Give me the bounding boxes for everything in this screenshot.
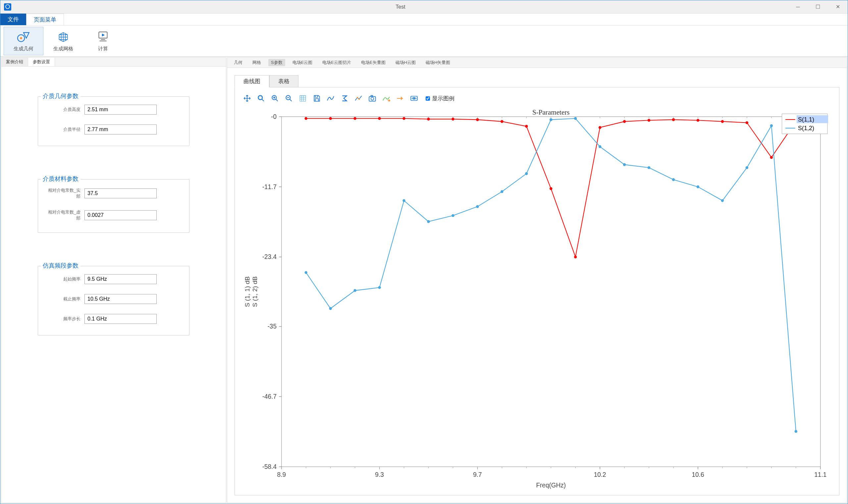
chart-tabs: 曲线图 表格 (234, 75, 840, 87)
tool-eye-icon[interactable] (408, 92, 420, 105)
svg-point-102 (696, 119, 699, 122)
ribbon-generate-mesh[interactable]: 生成网格 (43, 27, 83, 55)
plot[interactable]: S-Parameters8.99.39.710.210.611.1-0-11.7… (240, 106, 834, 492)
tool-export-icon[interactable] (380, 92, 392, 105)
ribbon-label: 计算 (98, 46, 108, 52)
svg-point-86 (305, 117, 307, 120)
content-area: 案例介绍 参数设置 介质几何参数 介质高度 介质半径 介质材料参数 (0, 57, 848, 504)
tool-pan-icon[interactable] (241, 92, 253, 105)
input-medium-radius[interactable] (85, 125, 157, 134)
svg-text:10.2: 10.2 (594, 471, 606, 478)
group-material: 介质材料参数 相对介电常数_实部 相对介电常数_虚部 (38, 179, 190, 233)
svg-rect-15 (282, 116, 820, 467)
window-title: Test (13, 4, 788, 10)
svg-text:-0: -0 (271, 113, 277, 120)
input-start-freq[interactable] (85, 274, 157, 284)
view-tab[interactable]: S参数 (268, 59, 285, 66)
svg-point-115 (500, 190, 503, 193)
svg-point-117 (550, 118, 552, 121)
svg-text:-46.7: -46.7 (262, 393, 277, 400)
close-button[interactable]: ✕ (828, 0, 848, 14)
svg-text:S(1,2): S(1,2) (798, 125, 814, 131)
tool-zoom-box-icon[interactable] (255, 92, 267, 105)
legend-checkbox[interactable]: 显示图例 (426, 95, 455, 102)
tool-arrow-icon[interactable] (394, 92, 406, 105)
view-tab[interactable]: 磁场H云图 (393, 59, 418, 66)
svg-point-87 (329, 117, 332, 120)
svg-point-14 (413, 98, 415, 99)
tab-table[interactable]: 表格 (269, 75, 298, 87)
chart-body: 显示图例 S-Parameters8.99.39.710.210.611.1-0… (234, 87, 840, 496)
svg-point-97 (574, 256, 577, 259)
legend-checkbox-input[interactable] (426, 96, 430, 101)
svg-text:S-Parameters: S-Parameters (532, 108, 570, 116)
svg-point-8 (357, 97, 358, 98)
svg-point-96 (550, 187, 552, 190)
minimize-button[interactable]: ─ (788, 0, 808, 14)
svg-point-91 (427, 118, 430, 121)
tab-case-intro[interactable]: 案例介绍 (1, 58, 28, 66)
svg-point-126 (770, 124, 773, 127)
ribbon-compute[interactable]: 计算 (83, 27, 123, 55)
svg-point-95 (525, 125, 528, 128)
tool-zoom-out-icon[interactable] (283, 92, 295, 105)
legend-checkbox-label: 显示图例 (432, 95, 455, 102)
svg-point-98 (599, 126, 601, 129)
input-eps-imag[interactable] (85, 210, 157, 220)
view-tab[interactable]: 电场E云图 (290, 59, 315, 66)
svg-text:-23.4: -23.4 (262, 253, 277, 260)
input-stop-freq[interactable] (85, 294, 157, 304)
svg-point-111 (403, 199, 405, 202)
app-window: Test ─ ☐ ✕ 文件 页面菜单 生成几何 生成网格 计算 (0, 0, 848, 504)
tool-sigma-icon[interactable] (338, 92, 351, 105)
svg-text:10.6: 10.6 (692, 471, 704, 478)
view-tab[interactable]: 电场E云图切片 (320, 59, 354, 66)
titlebar: Test ─ ☐ ✕ (0, 0, 848, 14)
group-frequency: 仿真频段参数 起始频率 截止频率 频率步长 (38, 266, 190, 336)
tool-marker-icon[interactable] (352, 92, 365, 105)
view-tab[interactable]: 网格 (250, 59, 264, 66)
tool-grid-icon[interactable] (297, 92, 309, 105)
param-body: 介质几何参数 介质高度 介质半径 介质材料参数 相对介电常数_实部 (1, 67, 226, 503)
tool-camera-icon[interactable] (366, 92, 378, 105)
svg-point-103 (721, 120, 724, 123)
group-title: 介质几何参数 (41, 92, 81, 100)
tool-save-icon[interactable] (311, 92, 323, 105)
svg-text:-11.7: -11.7 (262, 183, 277, 190)
svg-point-127 (795, 430, 797, 433)
tool-zoom-in-icon[interactable] (269, 92, 281, 105)
parameter-panel: 案例介绍 参数设置 介质几何参数 介质高度 介质半径 介质材料参数 (1, 57, 226, 503)
svg-point-114 (476, 205, 479, 208)
svg-point-118 (574, 117, 577, 120)
svg-text:S (1, 2) dB: S (1, 2) dB (251, 276, 258, 307)
tool-curve-icon[interactable] (324, 92, 337, 105)
svg-point-107 (305, 271, 307, 274)
svg-text:Freq(GHz): Freq(GHz) (536, 482, 566, 489)
label-start-freq: 起始频率 (45, 276, 85, 282)
svg-point-100 (648, 119, 650, 122)
group-title: 仿真频段参数 (41, 262, 81, 270)
menu-file[interactable]: 文件 (0, 14, 26, 25)
input-eps-real[interactable] (85, 188, 157, 198)
label-medium-height: 介质高度 (45, 107, 85, 113)
svg-point-121 (648, 166, 650, 169)
svg-point-104 (746, 121, 748, 124)
label-stop-freq: 截止频率 (45, 296, 85, 302)
view-tab[interactable]: 几何 (231, 59, 245, 66)
view-tab[interactable]: 电场E矢量图 (358, 59, 388, 66)
label-medium-radius: 介质半径 (45, 126, 85, 132)
ribbon-generate-geometry[interactable]: 生成几何 (4, 27, 43, 55)
svg-point-105 (770, 156, 773, 159)
input-medium-height[interactable] (85, 105, 157, 114)
left-tabs: 案例介绍 参数设置 (1, 58, 226, 67)
svg-point-90 (403, 117, 405, 120)
input-step-freq[interactable] (85, 314, 157, 324)
view-tab[interactable]: 磁场H矢量图 (423, 59, 453, 66)
compute-icon (96, 30, 110, 44)
menu-page[interactable]: 页面菜单 (26, 14, 64, 25)
tab-param-settings[interactable]: 参数设置 (28, 58, 55, 66)
view-tabs: 几何网格S参数电场E云图电场E云图切片电场E矢量图磁场H云图磁场H矢量图 (227, 58, 847, 68)
maximize-button[interactable]: ☐ (808, 0, 828, 14)
group-title: 介质材料参数 (41, 175, 81, 183)
tab-line-chart[interactable]: 曲线图 (234, 75, 269, 87)
